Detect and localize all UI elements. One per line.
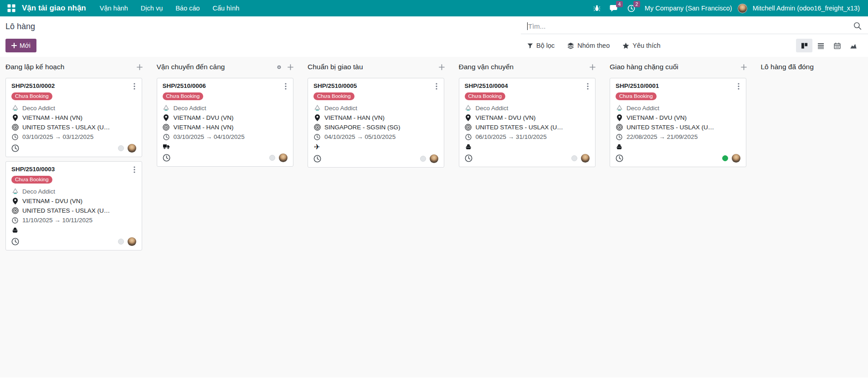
card-reference: SHP/2510/0005: [313, 82, 435, 89]
kanban-card[interactable]: SHP/2510/0004 Chưa Booking Deco Addict: [459, 78, 596, 167]
card-assignee-avatar[interactable]: [128, 144, 136, 153]
kanban-card[interactable]: SHP/2510/0001 Chưa Booking Deco Addict: [610, 78, 746, 167]
column-title[interactable]: Đang lập kế hoạch: [5, 63, 131, 71]
bullseye-icon: [465, 124, 472, 131]
column-title[interactable]: Lô hàng đã đóng: [761, 63, 868, 71]
search-input[interactable]: Tìm...: [521, 19, 868, 34]
column-quick-add-button[interactable]: [590, 64, 596, 70]
card-date-range: 06/10/2025 → 31/10/2025: [476, 133, 547, 140]
control-panel: Lô hàng Tìm... Mới Bộ lọc: [0, 16, 868, 57]
column-quick-add-button[interactable]: [439, 64, 445, 70]
card-transport-row: ✈: [313, 143, 438, 151]
graph-view-button[interactable]: [845, 39, 862, 52]
search-placeholder: Tìm...: [528, 22, 853, 30]
column-header: Chuẩn bị giao tàu: [308, 57, 445, 78]
card-assignee-avatar[interactable]: [732, 154, 740, 163]
card-kebab-menu[interactable]: [586, 82, 590, 90]
kanban-view-button[interactable]: [796, 39, 812, 52]
column-card-list: SHP/2510/0002 Chưa Booking Deco Addict: [5, 78, 143, 250]
search-options-row: Bộ lọc Nhóm theo Yêu thích: [521, 39, 868, 52]
card-origin-row: VIETNAM - DVU (VN): [616, 114, 740, 121]
card-transport-row: ✈: [163, 143, 288, 150]
column-settings-icon[interactable]: [276, 64, 282, 70]
card-destination-row: UNITED STATES - USLAX (U…: [465, 124, 590, 131]
menu-bao-cao[interactable]: Báo cáo: [170, 0, 205, 16]
column-quick-add-button[interactable]: [137, 64, 143, 70]
card-kebab-menu[interactable]: [435, 82, 438, 90]
list-view-button[interactable]: [812, 39, 829, 52]
menu-cau-hinh[interactable]: Cấu hình: [207, 0, 245, 16]
column-title[interactable]: Giao hàng chặng cuối: [610, 63, 735, 71]
card-state-dot[interactable]: [722, 155, 728, 161]
user-avatar[interactable]: [738, 4, 747, 13]
card-state-dot[interactable]: [118, 239, 124, 245]
column-title[interactable]: Đang vận chuyển: [459, 63, 585, 71]
card-state-dot[interactable]: [269, 155, 275, 161]
map-pin-icon: [616, 114, 623, 121]
customer-logo-icon: [163, 105, 170, 112]
column-header: Đang lập kế hoạch: [5, 57, 143, 78]
ship-icon: [616, 143, 623, 150]
column-title[interactable]: Vận chuyển đến cảng: [157, 63, 271, 71]
column-title[interactable]: Chuẩn bị giao tàu: [308, 63, 433, 71]
kanban-card[interactable]: SHP/2510/0006 Chưa Booking Deco Addict: [157, 78, 293, 167]
debug-button[interactable]: [589, 0, 605, 16]
app-title[interactable]: Vận tải giao nhận: [22, 4, 86, 13]
favorites-label: Yêu thích: [632, 42, 660, 49]
card-kebab-menu[interactable]: [133, 82, 136, 90]
column-quick-add-button[interactable]: [741, 64, 747, 70]
favorites-menu[interactable]: Yêu thích: [622, 42, 660, 49]
kanban-view-icon: [801, 42, 808, 49]
card-reference: SHP/2510/0003: [11, 166, 133, 173]
kanban-area: Đang lập kế hoạch SHP/2510/0002: [0, 57, 868, 378]
card-status-tag: Chưa Booking: [163, 92, 204, 100]
card-assignee-avatar[interactable]: [581, 154, 590, 163]
graph-view-icon: [850, 42, 857, 49]
filters-menu[interactable]: Bộ lọc: [527, 42, 555, 49]
customer-logo-icon: [616, 105, 623, 112]
card-state-dot[interactable]: [420, 156, 426, 162]
schedule-activity-button[interactable]: [11, 144, 19, 152]
card-assignee-avatar[interactable]: [128, 237, 136, 246]
view-switcher: [796, 39, 862, 52]
ship-icon: [465, 143, 472, 150]
column-header: Lô hàng đã đóng: [761, 57, 868, 78]
card-destination-text: UNITED STATES - USLAX (U…: [476, 124, 563, 131]
calendar-view-button[interactable]: [829, 39, 845, 52]
kanban-card[interactable]: SHP/2510/0005 Chưa Booking Deco Addict: [308, 78, 444, 168]
schedule-activity-button[interactable]: [616, 154, 623, 162]
card-kebab-menu[interactable]: [133, 166, 136, 174]
kanban-column: Đang vận chuyển SHP/2510/0004: [457, 57, 608, 171]
activities-button[interactable]: 2: [624, 0, 639, 16]
card-assignee-avatar[interactable]: [279, 153, 288, 162]
date-clock-icon: [11, 134, 19, 140]
card-assignee-avatar[interactable]: [430, 154, 438, 163]
kanban-column: Chuẩn bị giao tàu SHP/2510/0005: [306, 57, 457, 172]
messages-button[interactable]: 4: [606, 0, 622, 16]
schedule-activity-button[interactable]: [11, 238, 19, 245]
user-menu[interactable]: Mitchell Admin (odoo16_freight_x13): [749, 5, 863, 12]
card-destination-text: UNITED STATES - USLAX (U…: [22, 207, 110, 214]
apps-menu-button[interactable]: [5, 1, 18, 15]
kanban-card[interactable]: SHP/2510/0003 Chưa Booking Deco Addict: [5, 161, 142, 250]
schedule-activity-button[interactable]: [465, 154, 473, 162]
column-quick-add-button[interactable]: [288, 64, 293, 70]
menu-dich-vu[interactable]: Dịch vụ: [135, 0, 168, 16]
card-kebab-menu[interactable]: [284, 82, 288, 90]
kanban-card[interactable]: SHP/2510/0002 Chưa Booking Deco Addict: [5, 78, 142, 157]
column-header: Giao hàng chặng cuối: [610, 57, 747, 78]
menu-van-hanh[interactable]: Vận hành: [94, 0, 134, 16]
card-kebab-menu[interactable]: [737, 82, 740, 90]
map-pin-icon: [465, 114, 472, 121]
schedule-activity-button[interactable]: [163, 154, 170, 162]
search-icon[interactable]: [853, 22, 862, 30]
new-record-button[interactable]: Mới: [5, 39, 36, 52]
schedule-activity-button[interactable]: [313, 155, 321, 163]
company-switcher[interactable]: My Company (San Francisco): [641, 5, 736, 12]
group-by-menu[interactable]: Nhóm theo: [567, 42, 610, 49]
card-state-dot[interactable]: [571, 155, 577, 161]
column-card-list: SHP/2510/0006 Chưa Booking Deco Addict: [157, 78, 294, 167]
card-customer-name: Deco Addict: [627, 105, 659, 112]
new-record-label: Mới: [20, 42, 31, 49]
card-state-dot[interactable]: [118, 145, 124, 151]
